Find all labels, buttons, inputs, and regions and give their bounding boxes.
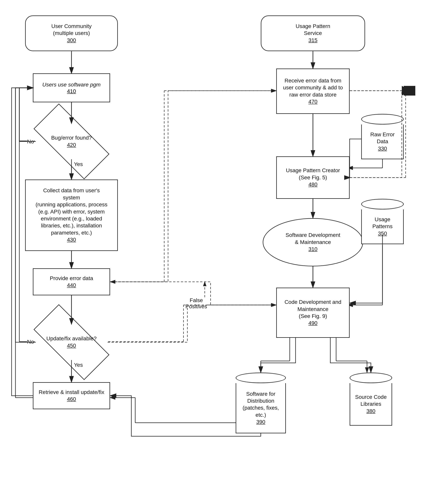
bug-error-label: Bug/error found? 420 — [51, 134, 92, 148]
no-bug-label: No — [27, 139, 34, 145]
yes-bug-label: Yes — [74, 161, 83, 167]
provide-error-data-label: Provide error data 440 — [50, 275, 93, 289]
users-use-software-node: Users use software pgm 410 — [33, 73, 110, 102]
diagram-container: User Community (multiple users) 300 Usag… — [0, 0, 441, 504]
update-fix-label: Update/fix available? 450 — [46, 335, 96, 349]
usage-pattern-service-id: 315 — [309, 37, 317, 43]
source-code-libraries-label: Source CodeLibraries 380 — [355, 394, 387, 415]
update-fix-diamond-node: Update/fix available? 450 — [36, 324, 107, 360]
retrieve-install-label: Retrieve & install update/fix 460 — [39, 389, 104, 403]
user-community-node: User Community (multiple users) 300 — [25, 15, 118, 51]
raw-error-data-label: Raw ErrorData 330 — [370, 131, 395, 152]
code-development-label: Code Development andMaintenance(See Fig.… — [284, 299, 341, 327]
usage-patterns-node: UsagePatterns 350 — [361, 199, 404, 244]
usage-pattern-service-label: Usage PatternService 315 — [296, 23, 330, 44]
retrieve-install-node: Retrieve & install update/fix 460 — [33, 382, 110, 409]
collect-data-label: Collect data from user'ssystem(running a… — [35, 187, 107, 243]
users-use-software-label: Users use software pgm 410 — [42, 81, 101, 94]
source-code-libraries-node: Source CodeLibraries 380 — [350, 372, 392, 426]
software-distribution-label: Software forDistribution(patches, fixes,… — [238, 390, 283, 426]
provide-error-data-node: Provide error data 440 — [33, 268, 110, 295]
code-development-node: Code Development andMaintenance(See Fig.… — [276, 288, 350, 338]
user-community-label: User Community (multiple users) 300 — [51, 23, 92, 44]
user-community-id: 300 — [67, 37, 76, 43]
yes-update-label: Yes — [74, 362, 83, 368]
false-positives-label: FalsePositives — [186, 297, 207, 310]
raw-error-data-node: Raw ErrorData 330 — [361, 114, 404, 159]
receive-error-data-node: Receive error data fromuser community & … — [276, 69, 350, 114]
usage-pattern-creator-node: Usage Pattern Creator(See Fig. 5) 480 — [276, 156, 350, 199]
no-update-label: No — [27, 339, 34, 345]
svg-rect-42 — [404, 86, 415, 96]
collect-data-node: Collect data from user'ssystem(running a… — [25, 179, 118, 251]
receive-error-data-label: Receive error data fromuser community & … — [283, 77, 343, 105]
bug-error-diamond-node: Bug/error found? 420 — [36, 123, 107, 159]
usage-pattern-creator-label: Usage Pattern Creator(See Fig. 5) 480 — [286, 167, 340, 188]
software-dev-maintenance-node: Software Development& Maintenance 310 — [263, 218, 363, 266]
svg-marker-59 — [402, 86, 411, 96]
software-distribution-node: Software forDistribution(patches, fixes,… — [236, 372, 286, 433]
usage-patterns-label: UsagePatterns 350 — [372, 216, 393, 237]
usage-pattern-service-node: Usage PatternService 315 — [261, 15, 365, 51]
software-dev-maintenance-label: Software Development& Maintenance 310 — [285, 232, 340, 253]
